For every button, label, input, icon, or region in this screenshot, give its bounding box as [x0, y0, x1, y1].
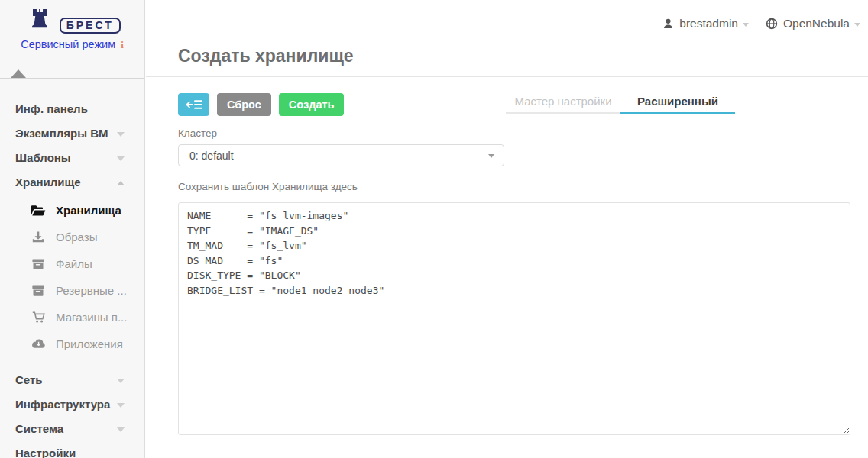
shopping-cart-icon — [31, 311, 46, 323]
header-divider — [146, 76, 868, 77]
sidebar-item-datastores[interactable]: Хранилища — [0, 197, 144, 224]
back-to-list-button[interactable] — [178, 93, 209, 116]
brand-logo: БРЕСТ — [60, 18, 121, 34]
sidebar-item-infrastructure[interactable]: Инфраструктура — [0, 392, 144, 417]
top-menu: brestadmin OpenNebula — [662, 17, 860, 31]
cluster-select[interactable]: 0: default — [178, 144, 504, 166]
chevron-down-icon — [117, 403, 125, 408]
sidebar-item-vm-instances[interactable]: Экземпляры ВМ — [0, 121, 144, 146]
template-textarea[interactable]: NAME = "fs_lvm-images" TYPE = "IMAGE_DS"… — [178, 202, 850, 435]
chevron-up-icon — [117, 181, 125, 185]
sidebar-item-label: Резервные ... — [56, 284, 127, 297]
tab-advanced[interactable]: Расширенный — [620, 92, 735, 114]
globe-icon — [766, 18, 778, 30]
archive-box-icon — [31, 259, 46, 269]
service-mode-link[interactable]: Сервисный режим — [21, 38, 115, 50]
sidebar-item-label: Шаблоны — [15, 151, 71, 164]
storage-submenu: Хранилища Образы — [0, 195, 144, 360]
sidebar-item-network[interactable]: Сеть — [0, 368, 144, 392]
user-menu[interactable]: brestadmin — [662, 17, 749, 31]
template-label: Сохранить шаблон Хранилища здесь — [178, 181, 850, 192]
chevron-down-icon — [117, 379, 125, 383]
sidebar-item-apps[interactable]: Приложения — [0, 331, 144, 357]
sidebar-item-files[interactable]: Файлы — [0, 250, 144, 277]
user-icon — [662, 18, 674, 30]
arrow-left-list-icon — [186, 99, 202, 110]
sidebar-item-label: Файлы — [56, 257, 92, 270]
sidebar-item-system[interactable]: Система — [0, 417, 144, 441]
sidebar-item-label: Образы — [56, 231, 97, 244]
sidebar-item-backups[interactable]: Резервные ... — [0, 277, 144, 304]
chevron-down-icon — [854, 23, 860, 27]
page-title: Создать хранилище — [178, 46, 354, 66]
sidebar-nav: Инф. панель Экземпляры ВМ Шаблоны Хранил… — [0, 79, 144, 458]
zone-name: OpenNebula — [783, 17, 850, 31]
sidebar-item-label: Инфраструктура — [15, 398, 110, 411]
sidebar-item-label: Настройки — [15, 447, 76, 458]
chevron-down-icon — [743, 23, 749, 27]
datastore-form: Кластер 0: default Сохранить шаблон Хран… — [178, 127, 850, 435]
sidebar-item-settings[interactable]: Настройки — [0, 441, 144, 458]
cluster-selected-value: 0: default — [189, 150, 234, 162]
zone-menu[interactable]: OpenNebula — [766, 17, 860, 31]
tab-wizard[interactable]: Мастер настройки — [506, 92, 620, 114]
create-button[interactable]: Создать — [279, 93, 345, 116]
sidebar-item-label: Экземпляры ВМ — [15, 127, 108, 140]
sidebar-item-label: Инф. панель — [15, 102, 88, 115]
sidebar-item-marketplaces[interactable]: Магазины п... — [0, 304, 144, 331]
castle-logo-icon — [24, 8, 56, 29]
cloud-download-icon — [31, 339, 46, 349]
toolbar: Сброс Создать — [178, 93, 351, 116]
archive-box-icon — [31, 285, 46, 296]
user-name: brestadmin — [679, 17, 738, 31]
chevron-down-icon — [488, 154, 494, 158]
app-window: БРЕСТ Сервисный режимi Инф. панель Экзем… — [0, 0, 868, 458]
sidebar-item-label: Сеть — [15, 373, 43, 386]
sidebar-item-templates[interactable]: Шаблоны — [0, 146, 144, 170]
sidebar-item-storage[interactable]: Хранилище — [0, 170, 144, 195]
cluster-label: Кластер — [178, 127, 850, 139]
folder-open-icon — [31, 205, 46, 216]
sidebar-collapse-icon[interactable] — [11, 69, 26, 78]
sidebar-item-images[interactable]: Образы — [0, 224, 144, 250]
download-icon — [31, 231, 46, 243]
chevron-down-icon — [117, 427, 125, 432]
main-content: brestadmin OpenNebula Создать хранилище — [146, 0, 868, 458]
sidebar-item-label: Система — [15, 422, 63, 435]
brand-header: БРЕСТ Сервисный режимi — [0, 0, 144, 79]
reset-button[interactable]: Сброс — [217, 93, 271, 116]
mode-tabs: Мастер настройки Расширенный — [506, 92, 735, 114]
sidebar-item-label: Магазины п... — [56, 311, 127, 324]
sidebar-item-label: Приложения — [56, 337, 123, 350]
info-icon[interactable]: i — [121, 39, 124, 50]
chevron-down-icon — [117, 156, 125, 161]
sidebar: БРЕСТ Сервисный режимi Инф. панель Экзем… — [0, 0, 145, 458]
sidebar-item-dashboard[interactable]: Инф. панель — [0, 97, 144, 121]
sidebar-item-label: Хранилища — [56, 204, 121, 217]
sidebar-item-label: Хранилище — [15, 176, 81, 189]
chevron-down-icon — [117, 132, 125, 137]
